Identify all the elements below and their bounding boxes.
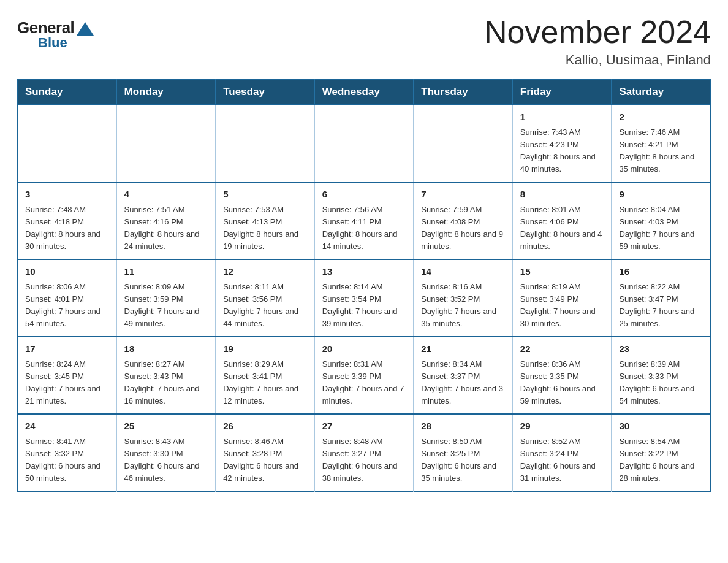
calendar-week-row: 24Sunrise: 8:41 AMSunset: 3:32 PMDayligh… xyxy=(18,414,711,491)
day-info: Sunrise: 8:50 AMSunset: 3:25 PMDaylight:… xyxy=(421,435,506,485)
day-number: 19 xyxy=(223,342,308,356)
day-info: Sunrise: 8:27 AMSunset: 3:43 PMDaylight:… xyxy=(124,358,210,408)
calendar-cell: 2Sunrise: 7:46 AMSunset: 4:21 PMDaylight… xyxy=(612,105,711,182)
calendar-cell: 20Sunrise: 8:31 AMSunset: 3:39 PMDayligh… xyxy=(314,337,414,414)
day-number: 8 xyxy=(520,188,605,202)
calendar-week-row: 17Sunrise: 8:24 AMSunset: 3:45 PMDayligh… xyxy=(18,337,711,414)
calendar-cell: 29Sunrise: 8:52 AMSunset: 3:24 PMDayligh… xyxy=(512,414,612,491)
logo-blue-text: Blue xyxy=(38,35,67,51)
calendar-cell: 11Sunrise: 8:09 AMSunset: 3:59 PMDayligh… xyxy=(116,259,216,337)
day-number: 2 xyxy=(619,110,704,124)
page-header: General Blue November 2024 Kallio, Uusim… xyxy=(17,15,711,68)
calendar-header-row: SundayMondayTuesdayWednesdayThursdayFrid… xyxy=(18,80,711,105)
calendar-cell: 6Sunrise: 7:56 AMSunset: 4:11 PMDaylight… xyxy=(314,182,414,259)
day-info: Sunrise: 8:06 AMSunset: 4:01 PMDaylight:… xyxy=(25,281,110,331)
calendar-cell: 15Sunrise: 8:19 AMSunset: 3:49 PMDayligh… xyxy=(512,259,612,337)
weekday-header-thursday: Thursday xyxy=(414,80,513,105)
calendar-cell xyxy=(314,105,414,182)
calendar-cell: 14Sunrise: 8:16 AMSunset: 3:52 PMDayligh… xyxy=(414,259,513,337)
day-info: Sunrise: 8:04 AMSunset: 4:03 PMDaylight:… xyxy=(619,204,704,253)
day-number: 5 xyxy=(223,188,308,202)
day-info: Sunrise: 7:59 AMSunset: 4:08 PMDaylight:… xyxy=(421,204,506,253)
calendar-table: SundayMondayTuesdayWednesdayThursdayFrid… xyxy=(17,79,711,491)
day-info: Sunrise: 8:11 AMSunset: 3:56 PMDaylight:… xyxy=(223,281,308,331)
day-number: 3 xyxy=(25,188,110,202)
day-info: Sunrise: 7:48 AMSunset: 4:18 PMDaylight:… xyxy=(25,204,110,253)
day-number: 20 xyxy=(322,342,408,356)
calendar-week-row: 1Sunrise: 7:43 AMSunset: 4:23 PMDaylight… xyxy=(18,105,711,182)
calendar-cell xyxy=(414,105,513,182)
calendar-cell xyxy=(216,105,315,182)
location-subtitle: Kallio, Uusimaa, Finland xyxy=(484,52,711,68)
day-info: Sunrise: 8:36 AMSunset: 3:35 PMDaylight:… xyxy=(520,358,605,408)
day-info: Sunrise: 7:56 AMSunset: 4:11 PMDaylight:… xyxy=(322,204,408,253)
day-number: 11 xyxy=(124,265,210,279)
day-info: Sunrise: 8:52 AMSunset: 3:24 PMDaylight:… xyxy=(520,435,605,485)
day-number: 9 xyxy=(619,188,704,202)
title-block: November 2024 Kallio, Uusimaa, Finland xyxy=(484,15,711,68)
day-info: Sunrise: 8:24 AMSunset: 3:45 PMDaylight:… xyxy=(25,358,110,408)
calendar-cell: 10Sunrise: 8:06 AMSunset: 4:01 PMDayligh… xyxy=(18,259,117,337)
calendar-week-row: 3Sunrise: 7:48 AMSunset: 4:18 PMDaylight… xyxy=(18,182,711,259)
day-number: 21 xyxy=(421,342,506,356)
day-number: 29 xyxy=(520,419,605,434)
calendar-cell: 19Sunrise: 8:29 AMSunset: 3:41 PMDayligh… xyxy=(216,337,315,414)
calendar-cell: 9Sunrise: 8:04 AMSunset: 4:03 PMDaylight… xyxy=(612,182,711,259)
day-number: 18 xyxy=(124,342,210,356)
day-number: 7 xyxy=(421,188,506,202)
calendar-cell: 13Sunrise: 8:14 AMSunset: 3:54 PMDayligh… xyxy=(314,259,414,337)
weekday-header-tuesday: Tuesday xyxy=(216,80,315,105)
day-info: Sunrise: 7:51 AMSunset: 4:16 PMDaylight:… xyxy=(124,204,210,253)
calendar-cell: 24Sunrise: 8:41 AMSunset: 3:32 PMDayligh… xyxy=(18,414,117,491)
day-info: Sunrise: 8:34 AMSunset: 3:37 PMDaylight:… xyxy=(421,358,506,408)
calendar-cell xyxy=(116,105,216,182)
calendar-cell: 21Sunrise: 8:34 AMSunset: 3:37 PMDayligh… xyxy=(414,337,513,414)
day-info: Sunrise: 8:09 AMSunset: 3:59 PMDaylight:… xyxy=(124,281,210,331)
weekday-header-wednesday: Wednesday xyxy=(314,80,414,105)
logo: General Blue xyxy=(17,18,94,51)
calendar-cell xyxy=(18,105,117,182)
weekday-header-sunday: Sunday xyxy=(18,80,117,105)
calendar-cell: 25Sunrise: 8:43 AMSunset: 3:30 PMDayligh… xyxy=(116,414,216,491)
day-number: 23 xyxy=(619,342,704,356)
day-number: 13 xyxy=(322,265,408,279)
calendar-cell: 1Sunrise: 7:43 AMSunset: 4:23 PMDaylight… xyxy=(512,105,612,182)
day-number: 14 xyxy=(421,265,506,279)
month-title: November 2024 xyxy=(484,15,711,50)
day-number: 26 xyxy=(223,419,308,434)
weekday-header-friday: Friday xyxy=(512,80,612,105)
day-info: Sunrise: 8:29 AMSunset: 3:41 PMDaylight:… xyxy=(223,358,308,408)
day-number: 10 xyxy=(25,265,110,279)
day-number: 30 xyxy=(619,419,704,434)
day-info: Sunrise: 8:22 AMSunset: 3:47 PMDaylight:… xyxy=(619,281,704,331)
calendar-cell: 16Sunrise: 8:22 AMSunset: 3:47 PMDayligh… xyxy=(612,259,711,337)
day-number: 12 xyxy=(223,265,308,279)
day-number: 6 xyxy=(322,188,408,202)
day-number: 4 xyxy=(124,188,210,202)
calendar-cell: 18Sunrise: 8:27 AMSunset: 3:43 PMDayligh… xyxy=(116,337,216,414)
day-number: 28 xyxy=(421,419,506,434)
day-info: Sunrise: 8:48 AMSunset: 3:27 PMDaylight:… xyxy=(322,435,408,485)
calendar-cell: 23Sunrise: 8:39 AMSunset: 3:33 PMDayligh… xyxy=(612,337,711,414)
day-info: Sunrise: 8:39 AMSunset: 3:33 PMDaylight:… xyxy=(619,358,704,408)
day-number: 15 xyxy=(520,265,605,279)
day-info: Sunrise: 7:43 AMSunset: 4:23 PMDaylight:… xyxy=(520,126,605,176)
logo-triangle-icon xyxy=(77,22,94,36)
calendar-cell: 5Sunrise: 7:53 AMSunset: 4:13 PMDaylight… xyxy=(216,182,315,259)
calendar-cell: 17Sunrise: 8:24 AMSunset: 3:45 PMDayligh… xyxy=(18,337,117,414)
calendar-cell: 30Sunrise: 8:54 AMSunset: 3:22 PMDayligh… xyxy=(612,414,711,491)
calendar-cell: 12Sunrise: 8:11 AMSunset: 3:56 PMDayligh… xyxy=(216,259,315,337)
calendar-cell: 7Sunrise: 7:59 AMSunset: 4:08 PMDaylight… xyxy=(414,182,513,259)
day-number: 24 xyxy=(25,419,110,434)
day-info: Sunrise: 8:01 AMSunset: 4:06 PMDaylight:… xyxy=(520,204,605,253)
calendar-week-row: 10Sunrise: 8:06 AMSunset: 4:01 PMDayligh… xyxy=(18,259,711,337)
day-number: 16 xyxy=(619,265,704,279)
calendar-cell: 4Sunrise: 7:51 AMSunset: 4:16 PMDaylight… xyxy=(116,182,216,259)
calendar-cell: 27Sunrise: 8:48 AMSunset: 3:27 PMDayligh… xyxy=(314,414,414,491)
day-info: Sunrise: 8:19 AMSunset: 3:49 PMDaylight:… xyxy=(520,281,605,331)
weekday-header-monday: Monday xyxy=(116,80,216,105)
day-info: Sunrise: 8:16 AMSunset: 3:52 PMDaylight:… xyxy=(421,281,506,331)
day-info: Sunrise: 8:46 AMSunset: 3:28 PMDaylight:… xyxy=(223,435,308,485)
day-info: Sunrise: 8:14 AMSunset: 3:54 PMDaylight:… xyxy=(322,281,408,331)
calendar-cell: 8Sunrise: 8:01 AMSunset: 4:06 PMDaylight… xyxy=(512,182,612,259)
